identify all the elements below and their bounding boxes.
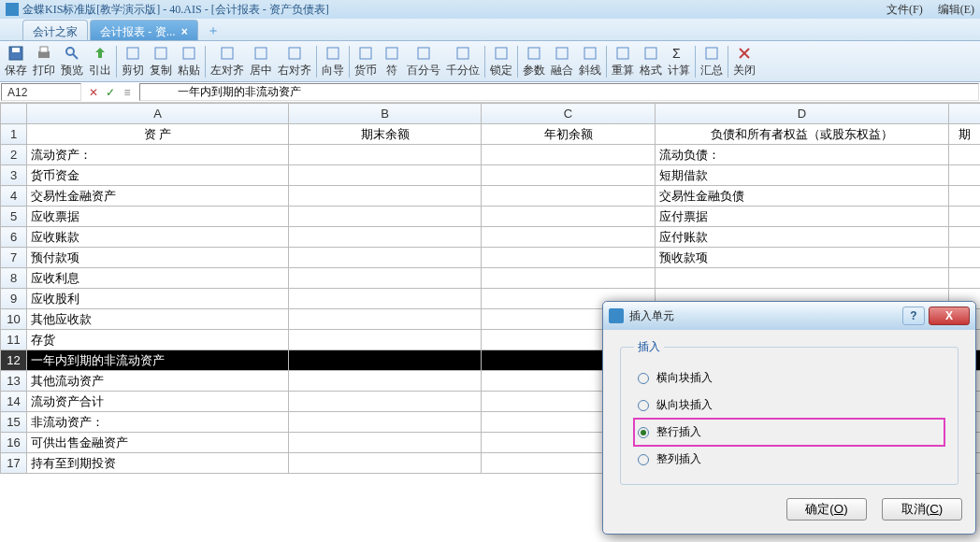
- cell[interactable]: [949, 186, 981, 207]
- cell[interactable]: [289, 289, 482, 309]
- row-header[interactable]: 8: [1, 268, 27, 289]
- toolbar-右对齐[interactable]: 右对齐: [275, 43, 314, 80]
- cell[interactable]: 短期借款: [656, 165, 949, 186]
- column-header[interactable]: D: [656, 104, 949, 124]
- cell[interactable]: 其他应收款: [27, 309, 289, 330]
- cell[interactable]: [289, 145, 482, 165]
- cell[interactable]: 应收股利: [27, 289, 289, 309]
- cell[interactable]: [289, 186, 482, 207]
- close-icon[interactable]: ×: [181, 25, 188, 38]
- cell[interactable]: [289, 248, 482, 268]
- toolbar-参数[interactable]: 参数: [520, 43, 548, 80]
- cell[interactable]: [949, 227, 981, 248]
- cell[interactable]: [949, 248, 981, 268]
- cell[interactable]: [289, 227, 482, 248]
- cell[interactable]: [289, 392, 482, 412]
- cell[interactable]: [949, 207, 981, 227]
- radio-option-0[interactable]: 横向块插入: [634, 364, 944, 392]
- toolbar-斜线[interactable]: 斜线: [576, 43, 604, 80]
- cell[interactable]: 其他流动资产: [27, 371, 289, 392]
- cell[interactable]: 持有至到期投资: [27, 453, 289, 474]
- row-header[interactable]: 11: [1, 330, 27, 350]
- cell[interactable]: 存货: [27, 330, 289, 350]
- toolbar-融合[interactable]: 融合: [548, 43, 576, 80]
- toolbar-复制[interactable]: 复制: [147, 43, 175, 80]
- radio-option-2[interactable]: 整行插入: [634, 419, 944, 446]
- cancel-button[interactable]: 取消(C): [882, 498, 962, 521]
- cell[interactable]: [949, 165, 981, 186]
- cell[interactable]: [289, 330, 482, 350]
- close-button[interactable]: X: [929, 307, 970, 325]
- cell[interactable]: [289, 453, 482, 474]
- ok-button[interactable]: 确定(O): [786, 498, 867, 521]
- cell[interactable]: 预付款项: [27, 248, 289, 268]
- toolbar-锁定[interactable]: 锁定: [487, 43, 515, 80]
- cell[interactable]: 预收款项: [656, 248, 949, 268]
- cell[interactable]: [289, 165, 482, 186]
- cell[interactable]: [949, 268, 981, 289]
- toolbar-粘贴[interactable]: 粘贴: [175, 43, 203, 80]
- menu-edit[interactable]: 编辑(E): [938, 2, 974, 18]
- cell[interactable]: 负债和所有者权益（或股东权益）: [656, 124, 949, 145]
- cell[interactable]: 流动资产合计: [27, 392, 289, 412]
- cell[interactable]: [289, 350, 482, 371]
- cell[interactable]: 流动资产：: [27, 145, 289, 165]
- cell[interactable]: 年初余额: [482, 124, 656, 145]
- row-header[interactable]: 7: [1, 248, 27, 268]
- toolbar-计算[interactable]: Σ计算: [665, 43, 693, 80]
- row-header[interactable]: 10: [1, 309, 27, 330]
- row-header[interactable]: 2: [1, 145, 27, 165]
- toolbar-居中[interactable]: 居中: [247, 43, 275, 80]
- cell[interactable]: 货币资金: [27, 165, 289, 186]
- toolbar-百分号[interactable]: 百分号: [404, 43, 443, 80]
- row-header[interactable]: 14: [1, 392, 27, 412]
- menu-file[interactable]: 文件(F): [886, 2, 923, 18]
- cell[interactable]: 应收账款: [27, 227, 289, 248]
- cell[interactable]: [656, 268, 949, 289]
- cell[interactable]: [482, 268, 656, 289]
- toolbar-左对齐[interactable]: 左对齐: [208, 43, 247, 80]
- row-header[interactable]: 12: [1, 350, 27, 371]
- toolbar-引出[interactable]: 引出: [86, 43, 114, 80]
- column-header[interactable]: [949, 104, 981, 124]
- cell[interactable]: [482, 165, 656, 186]
- toolbar-符[interactable]: 符: [380, 43, 404, 80]
- cell[interactable]: [482, 186, 656, 207]
- row-header[interactable]: 17: [1, 453, 27, 474]
- cell[interactable]: 非流动资产：: [27, 412, 289, 433]
- new-tab-button[interactable]: ＋: [204, 21, 223, 40]
- cell[interactable]: [289, 433, 482, 453]
- toolbar-千分位[interactable]: 千分位: [443, 43, 483, 80]
- dialog-title-bar[interactable]: 插入单元 ? X: [603, 302, 975, 330]
- cell[interactable]: [289, 371, 482, 392]
- row-header[interactable]: 15: [1, 412, 27, 433]
- cell[interactable]: [289, 268, 482, 289]
- toolbar-向导[interactable]: 向导: [319, 43, 347, 80]
- cell[interactable]: [482, 248, 656, 268]
- cell[interactable]: [289, 412, 482, 433]
- cell[interactable]: [482, 145, 656, 165]
- row-header[interactable]: 6: [1, 227, 27, 248]
- cancel-edit-icon[interactable]: ✕: [86, 85, 101, 100]
- cell[interactable]: [949, 145, 981, 165]
- row-header[interactable]: 4: [1, 186, 27, 207]
- cell[interactable]: 交易性金融资产: [27, 186, 289, 207]
- toolbar-关闭[interactable]: 关闭: [730, 43, 758, 80]
- toolbar-货币[interactable]: 货币: [352, 43, 380, 80]
- cell[interactable]: 期末余额: [289, 124, 482, 145]
- cell[interactable]: 流动负债：: [656, 145, 949, 165]
- cell[interactable]: 可供出售金融资产: [27, 433, 289, 453]
- row-header[interactable]: 5: [1, 207, 27, 227]
- formula-input[interactable]: 一年内到期的非流动资产: [139, 83, 979, 101]
- toolbar-汇总[interactable]: 汇总: [698, 43, 726, 80]
- row-header[interactable]: 3: [1, 165, 27, 186]
- column-header[interactable]: B: [289, 104, 482, 124]
- row-header[interactable]: 16: [1, 433, 27, 453]
- cell[interactable]: [482, 207, 656, 227]
- cell[interactable]: 应收利息: [27, 268, 289, 289]
- toolbar-剪切[interactable]: 剪切: [119, 43, 147, 80]
- radio-option-1[interactable]: 纵向块插入: [634, 392, 944, 419]
- help-button[interactable]: ?: [902, 307, 925, 325]
- cell[interactable]: 应收票据: [27, 207, 289, 227]
- cell[interactable]: [482, 227, 656, 248]
